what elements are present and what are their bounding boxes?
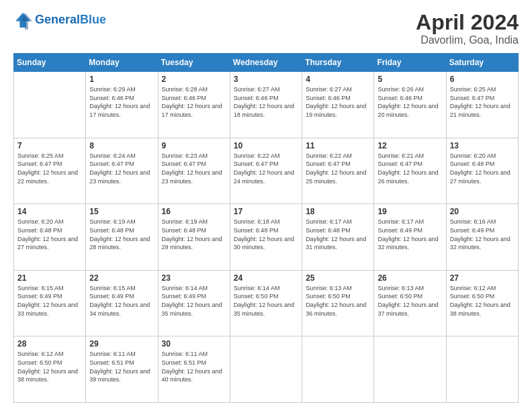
day-info: Sunrise: 6:25 AMSunset: 6:47 PMDaylight:… <box>450 85 515 119</box>
day-info: Sunrise: 6:25 AMSunset: 6:47 PMDaylight:… <box>17 152 82 185</box>
week-row-4: 21Sunrise: 6:15 AMSunset: 6:49 PMDayligh… <box>14 270 519 336</box>
logo-text: GeneralBlue <box>35 13 106 27</box>
day-cell: 2Sunrise: 6:28 AMSunset: 6:46 PMDaylight… <box>158 72 230 138</box>
day-cell <box>374 336 446 403</box>
day-cell: 19Sunrise: 6:17 AMSunset: 6:49 PMDayligh… <box>374 204 446 271</box>
day-cell: 11Sunrise: 6:22 AMSunset: 6:47 PMDayligh… <box>302 138 374 204</box>
day-info: Sunrise: 6:19 AMSunset: 6:48 PMDaylight:… <box>162 218 226 251</box>
day-number: 26 <box>378 273 442 283</box>
day-cell: 24Sunrise: 6:14 AMSunset: 6:50 PMDayligh… <box>230 270 302 336</box>
day-number: 22 <box>89 273 154 283</box>
logo-general: General <box>35 13 80 26</box>
day-number: 11 <box>306 141 370 150</box>
day-cell: 8Sunrise: 6:24 AMSunset: 6:47 PMDaylight… <box>86 138 158 204</box>
day-info: Sunrise: 6:12 AMSunset: 6:50 PMDaylight:… <box>17 350 82 383</box>
day-info: Sunrise: 6:13 AMSunset: 6:50 PMDaylight:… <box>306 284 370 318</box>
day-info: Sunrise: 6:14 AMSunset: 6:50 PMDaylight:… <box>234 284 298 318</box>
day-cell: 9Sunrise: 6:23 AMSunset: 6:47 PMDaylight… <box>158 138 230 204</box>
day-cell: 27Sunrise: 6:12 AMSunset: 6:50 PMDayligh… <box>446 270 518 336</box>
day-cell: 3Sunrise: 6:27 AMSunset: 6:46 PMDaylight… <box>230 72 302 138</box>
day-number: 23 <box>162 273 226 283</box>
column-header-monday: Monday <box>86 54 158 72</box>
column-header-friday: Friday <box>374 54 446 72</box>
day-number: 19 <box>378 207 442 216</box>
day-info: Sunrise: 6:18 AMSunset: 6:48 PMDaylight:… <box>234 218 298 251</box>
day-info: Sunrise: 6:17 AMSunset: 6:48 PMDaylight:… <box>306 218 370 251</box>
day-info: Sunrise: 6:22 AMSunset: 6:47 PMDaylight:… <box>306 152 370 185</box>
day-cell: 30Sunrise: 6:11 AMSunset: 6:51 PMDayligh… <box>158 336 230 403</box>
calendar-table: SundayMondayTuesdayWednesdayThursdayFrid… <box>13 53 519 403</box>
day-number: 13 <box>450 141 515 150</box>
day-cell <box>446 336 518 403</box>
logo-blue: Blue <box>80 13 106 26</box>
week-row-3: 14Sunrise: 6:20 AMSunset: 6:48 PMDayligh… <box>14 204 519 271</box>
day-cell: 10Sunrise: 6:22 AMSunset: 6:47 PMDayligh… <box>230 138 302 204</box>
day-cell: 7Sunrise: 6:25 AMSunset: 6:47 PMDaylight… <box>14 138 86 204</box>
day-info: Sunrise: 6:17 AMSunset: 6:49 PMDaylight:… <box>378 218 442 251</box>
day-cell: 6Sunrise: 6:25 AMSunset: 6:47 PMDaylight… <box>446 72 518 138</box>
day-number: 15 <box>89 207 154 216</box>
day-cell: 16Sunrise: 6:19 AMSunset: 6:48 PMDayligh… <box>158 204 230 271</box>
week-row-2: 7Sunrise: 6:25 AMSunset: 6:47 PMDaylight… <box>14 138 519 204</box>
day-cell: 14Sunrise: 6:20 AMSunset: 6:48 PMDayligh… <box>14 204 86 271</box>
day-info: Sunrise: 6:13 AMSunset: 6:50 PMDaylight:… <box>378 284 442 318</box>
day-cell: 21Sunrise: 6:15 AMSunset: 6:49 PMDayligh… <box>14 270 86 336</box>
day-info: Sunrise: 6:20 AMSunset: 6:48 PMDaylight:… <box>17 218 82 251</box>
column-header-saturday: Saturday <box>446 54 518 72</box>
day-cell: 17Sunrise: 6:18 AMSunset: 6:48 PMDayligh… <box>230 204 302 271</box>
week-row-5: 28Sunrise: 6:12 AMSunset: 6:50 PMDayligh… <box>14 336 519 403</box>
day-cell: 25Sunrise: 6:13 AMSunset: 6:50 PMDayligh… <box>302 270 374 336</box>
day-number: 29 <box>89 339 154 349</box>
day-info: Sunrise: 6:14 AMSunset: 6:49 PMDaylight:… <box>162 284 226 318</box>
day-info: Sunrise: 6:11 AMSunset: 6:51 PMDaylight:… <box>89 350 154 383</box>
day-cell: 13Sunrise: 6:20 AMSunset: 6:48 PMDayligh… <box>446 138 518 204</box>
day-number: 8 <box>89 141 154 150</box>
day-cell <box>302 336 374 403</box>
day-cell: 26Sunrise: 6:13 AMSunset: 6:50 PMDayligh… <box>374 270 446 336</box>
page: GeneralBlue April 2024 Davorlim, Goa, In… <box>0 0 532 411</box>
day-cell: 23Sunrise: 6:14 AMSunset: 6:49 PMDayligh… <box>158 270 230 336</box>
subtitle: Davorlim, Goa, India <box>416 34 519 46</box>
day-number: 3 <box>234 75 298 84</box>
day-number: 24 <box>234 273 298 283</box>
day-number: 9 <box>162 141 226 150</box>
day-number: 14 <box>17 207 82 216</box>
column-header-sunday: Sunday <box>14 54 86 72</box>
day-number: 2 <box>162 75 226 84</box>
day-info: Sunrise: 6:20 AMSunset: 6:48 PMDaylight:… <box>450 152 515 185</box>
main-title: April 2024 <box>416 11 519 34</box>
day-number: 16 <box>162 207 226 216</box>
day-info: Sunrise: 6:27 AMSunset: 6:46 PMDaylight:… <box>234 85 298 119</box>
day-cell: 20Sunrise: 6:16 AMSunset: 6:49 PMDayligh… <box>446 204 518 271</box>
day-number: 5 <box>378 75 442 84</box>
day-info: Sunrise: 6:12 AMSunset: 6:50 PMDaylight:… <box>450 284 515 318</box>
day-cell: 12Sunrise: 6:21 AMSunset: 6:47 PMDayligh… <box>374 138 446 204</box>
day-number: 27 <box>450 273 515 283</box>
day-info: Sunrise: 6:19 AMSunset: 6:48 PMDaylight:… <box>89 218 154 251</box>
column-header-tuesday: Tuesday <box>158 54 230 72</box>
day-info: Sunrise: 6:15 AMSunset: 6:49 PMDaylight:… <box>89 284 154 318</box>
day-cell: 1Sunrise: 6:29 AMSunset: 6:46 PMDaylight… <box>86 72 158 138</box>
day-cell: 5Sunrise: 6:26 AMSunset: 6:46 PMDaylight… <box>374 72 446 138</box>
day-cell: 29Sunrise: 6:11 AMSunset: 6:51 PMDayligh… <box>86 336 158 403</box>
header: GeneralBlue April 2024 Davorlim, Goa, In… <box>13 11 519 46</box>
day-info: Sunrise: 6:24 AMSunset: 6:47 PMDaylight:… <box>89 152 154 185</box>
day-number: 17 <box>234 207 298 216</box>
day-info: Sunrise: 6:27 AMSunset: 6:46 PMDaylight:… <box>306 85 370 119</box>
day-number: 30 <box>162 339 226 349</box>
day-number: 28 <box>17 339 82 349</box>
day-number: 10 <box>234 141 298 150</box>
day-info: Sunrise: 6:23 AMSunset: 6:47 PMDaylight:… <box>162 152 226 185</box>
day-cell: 4Sunrise: 6:27 AMSunset: 6:46 PMDaylight… <box>302 72 374 138</box>
day-info: Sunrise: 6:28 AMSunset: 6:46 PMDaylight:… <box>162 85 226 119</box>
day-number: 18 <box>306 207 370 216</box>
day-number: 12 <box>378 141 442 150</box>
week-row-1: 1Sunrise: 6:29 AMSunset: 6:46 PMDaylight… <box>14 72 519 138</box>
day-info: Sunrise: 6:21 AMSunset: 6:47 PMDaylight:… <box>378 152 442 185</box>
calendar-header-row: SundayMondayTuesdayWednesdayThursdayFrid… <box>14 54 519 72</box>
day-cell: 22Sunrise: 6:15 AMSunset: 6:49 PMDayligh… <box>86 270 158 336</box>
day-cell <box>14 72 86 138</box>
logo: GeneralBlue <box>13 11 106 30</box>
logo-icon <box>13 11 32 30</box>
day-number: 20 <box>450 207 515 216</box>
